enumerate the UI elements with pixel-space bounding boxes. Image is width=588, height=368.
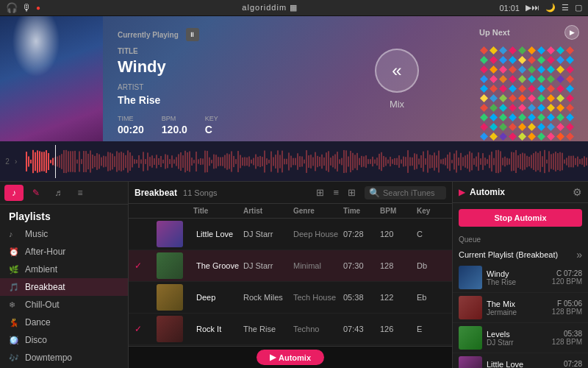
search-box[interactable]: 🔍 — [365, 186, 446, 199]
track-table-header: Title Artist Genre Time BPM Key — [129, 204, 452, 219]
currently-playing-label: Currently Playing — [118, 31, 179, 39]
title-label: TITLE — [118, 47, 309, 55]
track-list: Breakbeat 11 Songs ⊞ ≡ ⊞ 🔍 Title Artist … — [129, 182, 452, 368]
now-playing-info: Currently Playing ⏸ TITLE Windy ARTIST T… — [103, 16, 323, 141]
track-check: ✓ — [135, 261, 157, 271]
automix-track-key: F 05:06 — [552, 300, 582, 308]
col-title: Title — [193, 207, 243, 215]
sidebar-icon-music[interactable]: ♬ — [49, 185, 68, 201]
track-artist: DJ Starr — [243, 261, 293, 270]
track-artist: Rock Miles — [243, 293, 293, 302]
now-playing-header: Currently Playing ⏸ — [118, 28, 309, 41]
moon-icon[interactable]: 🌙 — [545, 3, 556, 13]
track-name: Little Love — [193, 230, 243, 238]
waveform-area[interactable] — [26, 145, 588, 178]
col-thumb — [157, 207, 193, 215]
list-view-button[interactable]: ≡ — [330, 185, 342, 199]
automix-queue-label: Queue — [459, 236, 481, 244]
sidebar-item-music[interactable]: ♪Music — [0, 225, 128, 243]
track-row[interactable]: ✓ Rock It The Rise Techno 07:43 126 E — [129, 314, 452, 345]
mic-icon: 🎙 — [22, 2, 32, 13]
automix-track-key: 05:38 — [552, 330, 582, 338]
automix-track-item[interactable]: Windy The Rise C 07:28 120 BPM — [453, 263, 588, 293]
automix-track-name: Little Love — [487, 360, 548, 369]
track-number: 2 — [0, 158, 15, 166]
track-list-actions: ⊞ ≡ ⊞ — [313, 185, 359, 199]
automix-button[interactable]: ▶ Automix — [257, 350, 324, 365]
sidebar-item-ambient[interactable]: 🌿Ambient — [0, 261, 128, 278]
track-arrow-icon: › — [15, 158, 26, 166]
automix-queue-header: Queue — [453, 233, 588, 247]
col-key: Key — [417, 207, 446, 215]
automix-track-thumbnail — [459, 296, 482, 319]
album-art — [0, 16, 103, 141]
transport-icon[interactable]: ▶⏭ — [526, 3, 539, 13]
grid-view-button[interactable]: ⊞ — [345, 185, 359, 199]
track-bpm: 126 — [380, 325, 417, 333]
meta-time: TIME 00:20 — [118, 115, 144, 135]
sidebar-item-breakbeat[interactable]: 🎵Breakbeat — [0, 278, 128, 296]
col-artist: Artist — [243, 207, 293, 215]
col-time: Time — [343, 207, 380, 215]
playlist-icon: 💃 — [9, 318, 19, 328]
automix-track-info: The Mix Jermaine — [487, 300, 548, 316]
track-bpm: 128 — [380, 261, 417, 270]
search-input[interactable] — [383, 188, 442, 197]
automix-track-bpm: 128 BPM — [552, 338, 582, 346]
sidebar-item-dance[interactable]: 💃Dance — [0, 314, 128, 331]
up-next-play-button[interactable]: ▶ — [564, 25, 579, 40]
automix-track-key: C 07:28 — [552, 269, 582, 277]
automix-panel: ▶ Automix ⚙ Stop Automix Queue Current P… — [452, 182, 588, 368]
automix-track-bpm: 120 BPM — [552, 277, 582, 286]
track-list-header: Breakbeat 11 Songs ⊞ ≡ ⊞ 🔍 — [129, 182, 452, 204]
sidebar-icon-eq[interactable]: ≡ — [71, 185, 90, 201]
track-genre: Minimal — [293, 261, 343, 270]
filter-button[interactable]: ⊞ — [313, 185, 327, 199]
track-time: 07:30 — [343, 261, 380, 270]
track-time: 07:28 — [343, 230, 380, 238]
track-time: 07:43 — [343, 325, 380, 333]
prev-button[interactable]: « — [375, 49, 419, 93]
pause-button[interactable]: ⏸ — [186, 28, 199, 41]
playlist-label: Chill-Out — [25, 300, 60, 310]
automix-track-item[interactable]: Little Love DJ Starr 07:28 128 BPM — [453, 353, 588, 368]
artist-label: ARTIST — [118, 83, 309, 91]
sidebar-item-after-hour[interactable]: ⏰After-Hour — [0, 243, 128, 261]
automix-track-list: Windy The Rise C 07:28 120 BPM The Mix J… — [453, 263, 588, 368]
track-thumbnail — [157, 252, 183, 279]
now-playing-section: Currently Playing ⏸ TITLE Windy ARTIST T… — [0, 16, 588, 141]
sidebar-item-chill-out[interactable]: ❄Chill-Out — [0, 296, 128, 314]
automix-track-thumbnail — [459, 326, 482, 350]
main-content: ♪ ✎ ♬ ≡ Playlists ♪Music⏰After-Hour🌿Ambi… — [0, 182, 588, 368]
menu-icon[interactable]: ☰ — [562, 3, 569, 13]
automix-panel-header: ▶ Automix ⚙ — [453, 182, 588, 203]
track-row[interactable]: Deep Rock Miles Tech House 05:38 122 Eb — [129, 282, 452, 314]
track-row[interactable]: ✓ The Groove DJ Starr Minimal 07:30 128 … — [129, 250, 452, 282]
sidebar-icon-playlists[interactable]: ♪ — [4, 185, 24, 201]
playlist-icon: 🌿 — [9, 265, 19, 275]
playlist-icon: ♪ — [9, 230, 19, 238]
automix-panel-label: Automix — [470, 187, 505, 197]
sidebar-icon-edit[interactable]: ✎ — [26, 185, 46, 201]
up-next-section: Up Next ▶ — [470, 16, 588, 141]
automix-title-row: ▶ Automix — [459, 187, 505, 197]
track-row[interactable]: Little Love DJ Starr Deep House 07:28 12… — [129, 219, 452, 250]
track-bpm: 122 — [380, 293, 417, 302]
artist-name: The Rise — [118, 94, 309, 106]
track-key: Db — [417, 261, 446, 270]
track-name: Deep — [193, 293, 243, 302]
top-bar-system-icons: 🎧 🎙 ● — [6, 2, 40, 13]
time-value: 00:20 — [118, 124, 144, 135]
col-bpm: BPM — [380, 207, 417, 215]
window-icon[interactable]: ▢ — [575, 3, 582, 13]
track-artist: DJ Starr — [243, 230, 293, 238]
sidebar-item-downtempo[interactable]: 🎶Downtempo — [0, 349, 128, 367]
playlist-label: After-Hour — [25, 247, 65, 257]
sidebar-item-disco[interactable]: 🪩Disco — [0, 331, 128, 349]
playlist-icon: ❄ — [9, 300, 19, 310]
automix-track-item[interactable]: Levels DJ Starr 05:38 128 BPM — [453, 323, 588, 353]
automix-next-button[interactable]: » — [576, 249, 582, 261]
stop-automix-button[interactable]: Stop Automix — [459, 209, 582, 227]
automix-track-item[interactable]: The Mix Jermaine F 05:06 128 BPM — [453, 293, 588, 323]
automix-settings-icon[interactable]: ⚙ — [573, 186, 582, 198]
